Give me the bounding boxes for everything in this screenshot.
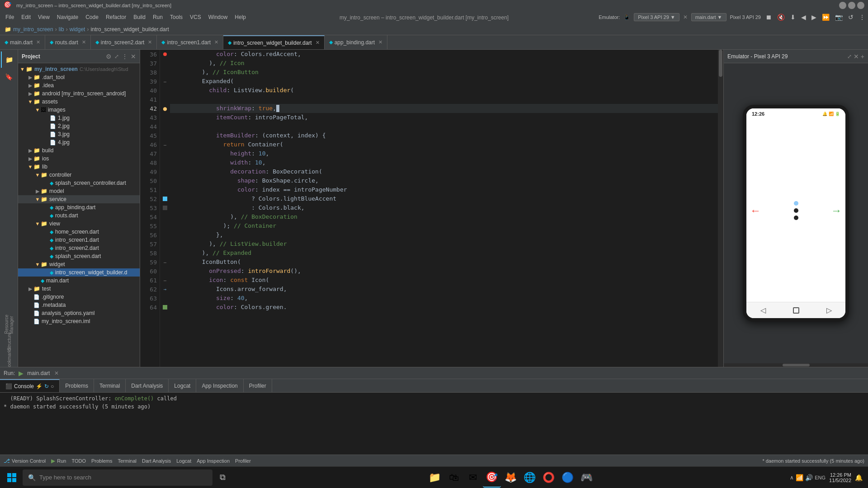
toolbar-icon-7[interactable]: 📷: [834, 14, 844, 21]
taskbar-app-store[interactable]: 🛍: [445, 468, 463, 488]
list-item[interactable]: ▶ 📁 model: [18, 187, 140, 195]
list-item[interactable]: ◆ intro_screen2.dart: [18, 244, 140, 252]
menu-item-vcs[interactable]: VCS: [186, 13, 205, 21]
list-item[interactable]: ◆ splash_screen_controller.dart: [18, 179, 140, 187]
bottom-tab-problems[interactable]: Problems: [60, 379, 94, 392]
bottom-tab-console[interactable]: ⬛ Console ⚡ ↻ ○: [0, 379, 60, 392]
emulator-close-icon[interactable]: ✕: [683, 14, 688, 20]
start-button[interactable]: [2, 468, 22, 488]
run-play-btn[interactable]: ▶: [19, 370, 24, 377]
toolbar-icon-5[interactable]: ▶: [811, 14, 817, 21]
menu-item-run[interactable]: Run: [149, 13, 166, 21]
taskbar-app-firefox[interactable]: 🦊: [502, 468, 520, 488]
toolbar-icon-1[interactable]: ⏹: [764, 14, 773, 21]
toolbar-icon-8[interactable]: ↺: [847, 14, 854, 21]
status-version-control[interactable]: ⎇ Version Control: [4, 458, 46, 464]
menu-item-navigate[interactable]: Navigate: [53, 13, 82, 21]
list-item[interactable]: 📄 4.jpg: [18, 138, 140, 146]
taskbar-search[interactable]: 🔍 Type here to search: [23, 469, 212, 486]
list-item[interactable]: 📄 1.jpg: [18, 114, 140, 122]
status-problems[interactable]: Problems: [91, 458, 112, 464]
activity-resource-btn[interactable]: Resource Manager: [1, 316, 17, 333]
scrollbar-vertical[interactable]: [718, 50, 723, 367]
tab-close-routs[interactable]: ✕: [82, 39, 86, 45]
fold-icon-39[interactable]: —: [164, 79, 166, 84]
list-item[interactable]: 📄 analysis_options.yaml: [18, 309, 140, 317]
task-view-button[interactable]: ⧉: [213, 468, 231, 488]
phone-right-arrow[interactable]: →: [831, 204, 842, 217]
phone-left-arrow[interactable]: ←: [750, 204, 761, 217]
status-profiler[interactable]: Profiler: [235, 458, 251, 464]
activity-bookmarks2-btn[interactable]: Bookmarks: [1, 351, 17, 367]
list-item[interactable]: ▶ 📁 test: [18, 285, 140, 293]
taskbar-app-intellij[interactable]: 🎯: [483, 468, 501, 488]
list-item[interactable]: ▼ 📁 assets: [18, 98, 140, 106]
status-logcat[interactable]: Logcat: [176, 458, 191, 464]
activity-bookmark-btn[interactable]: 🔖: [1, 69, 17, 85]
list-item[interactable]: ▼ 🖼 images: [18, 106, 140, 114]
emulator-panel-close-icon[interactable]: ✕: [854, 53, 859, 60]
breadcrumb-lib[interactable]: lib: [59, 26, 64, 33]
emulator-resize-icon[interactable]: ⤢: [847, 53, 852, 60]
tab-widget-builder[interactable]: ◆ intro_screen_widget_builder.dart ✕: [223, 35, 324, 49]
list-item[interactable]: ◆ main.dart: [18, 277, 140, 285]
menu-item-file[interactable]: File: [2, 13, 18, 21]
menu-item-window[interactable]: Window: [205, 13, 231, 21]
status-run-btn[interactable]: ▶ Run: [51, 458, 66, 464]
menu-item-build[interactable]: Build: [130, 13, 149, 21]
list-item[interactable]: ◆ intro_screen1.dart: [18, 236, 140, 244]
run-config-btn[interactable]: main.dart ▼: [691, 13, 726, 21]
menu-item-help[interactable]: Help: [231, 13, 250, 21]
breadcrumb-file[interactable]: intro_screen_widget_builder.dart: [90, 26, 169, 33]
list-item[interactable]: 📄 3.jpg: [18, 130, 140, 138]
list-item[interactable]: ▶ 📁 .idea: [18, 81, 140, 89]
menu-item-edit[interactable]: Edit: [18, 13, 34, 21]
bottom-tab-logcat[interactable]: Logcat: [169, 379, 196, 392]
run-tab-close[interactable]: ✕: [54, 370, 59, 376]
status-todo[interactable]: TODO: [71, 458, 86, 464]
toolbar-icon-2[interactable]: 🔇: [776, 14, 786, 21]
list-item[interactable]: ▶ 📁 build: [18, 146, 140, 155]
menu-item-view[interactable]: View: [34, 13, 53, 21]
emulator-device-btn[interactable]: Pixel 3 API 29 ▼: [634, 13, 679, 21]
list-item[interactable]: 📄 my_intro_screen.iml: [18, 317, 140, 325]
list-item[interactable]: ◆ home_screen.dart: [18, 228, 140, 236]
emulator-scrollbar[interactable]: [724, 363, 868, 367]
tab-intro2[interactable]: ◆ intro_screen2.dart ✕: [91, 35, 157, 49]
tree-selected-file[interactable]: ◆ intro_screen_widget_builder.d: [18, 268, 140, 277]
list-item[interactable]: ▼ 📁 lib: [18, 163, 140, 171]
toolbar-icon-more[interactable]: ⋮: [858, 14, 866, 21]
minimize-button[interactable]: [839, 2, 846, 9]
list-item[interactable]: 📄 .metadata: [18, 301, 140, 309]
tab-close-intro1[interactable]: ✕: [214, 39, 218, 45]
list-item[interactable]: ◆ routs.dart: [18, 211, 140, 220]
fold-icon-61[interactable]: —: [164, 278, 166, 283]
tab-app-binding[interactable]: ◆ app_binding.dart ✕: [325, 35, 387, 49]
tab-main-dart[interactable]: ◆ main.dart ✕: [0, 35, 45, 49]
breadcrumb-project[interactable]: my_intro_screen: [13, 26, 53, 33]
bottom-tab-app-inspection[interactable]: App Inspection: [196, 379, 243, 392]
tray-notifications-icon[interactable]: 🔔: [855, 474, 863, 481]
breadcrumb-widget[interactable]: widget: [70, 26, 85, 33]
phone-nav-home[interactable]: [791, 305, 802, 316]
menu-item-refactor[interactable]: Refactor: [102, 13, 130, 21]
list-item[interactable]: ◆ app_binding.dart: [18, 203, 140, 211]
tray-expand-icon[interactable]: ∧: [790, 474, 794, 481]
list-item[interactable]: ▼ 📁 controller: [18, 171, 140, 179]
list-item[interactable]: ▶ 📁 .dart_tool: [18, 73, 140, 81]
maximize-button[interactable]: [848, 2, 855, 9]
taskbar-app-edge[interactable]: 🌐: [521, 468, 539, 488]
bottom-tab-profiler[interactable]: Profiler: [244, 379, 272, 392]
project-panel-gear-icon[interactable]: ⚙: [106, 53, 112, 60]
tab-close-intro2[interactable]: ✕: [148, 39, 152, 45]
toolbar-icon-4[interactable]: ◀: [800, 14, 807, 21]
list-item[interactable]: ◆ splash_screen.dart: [18, 252, 140, 260]
toolbar-icon-3[interactable]: ⬇: [789, 14, 797, 21]
tray-network-icon[interactable]: 📶: [796, 474, 803, 481]
bottom-tab-terminal[interactable]: Terminal: [94, 379, 126, 392]
list-item[interactable]: ▶ 📁 ios: [18, 155, 140, 163]
taskbar-app-chrome[interactable]: ⭕: [540, 468, 558, 488]
list-item[interactable]: ▼ 📁 widget: [18, 260, 140, 268]
list-item[interactable]: ▶ 📁 android [my_intro_screen_android]: [18, 89, 140, 98]
menu-item-code[interactable]: Code: [82, 13, 102, 21]
